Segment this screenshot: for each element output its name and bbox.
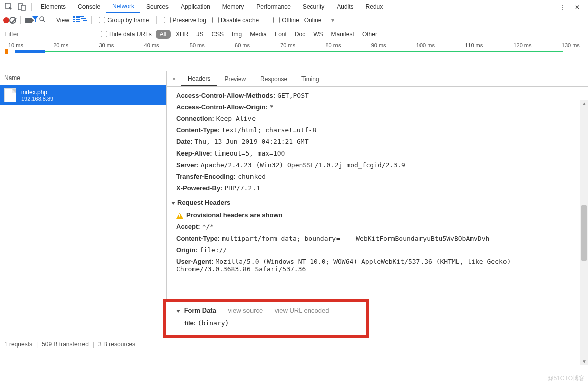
tab-headers[interactable]: Headers	[181, 72, 217, 86]
tab-security[interactable]: Security	[297, 1, 330, 12]
status-resources: 3 B resources	[98, 341, 135, 348]
filter-img[interactable]: Img	[229, 30, 245, 39]
panel-tabs: Elements Console Network Sources Applica…	[35, 0, 389, 13]
svg-rect-2	[21, 5, 25, 10]
tab-sources[interactable]: Sources	[140, 1, 175, 12]
timeline[interactable]: 10 ms20 ms30 ms 40 ms50 ms60 ms 70 ms80 …	[0, 41, 588, 71]
close-devtools-icon[interactable]: ✕	[572, 2, 583, 13]
more-icon[interactable]: ⋮	[557, 2, 568, 13]
hide-data-urls-checkbox[interactable]: Hide data URLs	[101, 31, 152, 38]
tab-response[interactable]: Response	[253, 72, 294, 86]
tab-network[interactable]: Network	[106, 1, 140, 13]
tab-audits[interactable]: Audits	[330, 1, 359, 12]
filter-media[interactable]: Media	[247, 30, 270, 39]
details-tabs: × Headers Preview Response Timing	[167, 71, 588, 87]
filter-all[interactable]: All	[156, 30, 171, 39]
filter-bar: Hide data URLs All XHR JS CSS Img Media …	[0, 27, 588, 41]
svg-rect-5	[73, 16, 75, 18]
warning-icon	[176, 213, 183, 219]
svg-line-4	[43, 20, 45, 22]
svg-rect-8	[76, 19, 80, 20]
timeline-bar	[45, 51, 563, 52]
close-details-icon[interactable]: ×	[167, 75, 181, 83]
tab-console[interactable]: Console	[72, 1, 106, 12]
filter-font[interactable]: Font	[272, 30, 290, 39]
scroll-up-icon[interactable]: ▲	[582, 101, 587, 106]
preserve-log-checkbox[interactable]: Preserve log	[164, 17, 206, 24]
main-panel: Name index.php 192.168.8.89 × Headers Pr…	[0, 71, 588, 338]
provisional-warning: Provisional headers are shown	[186, 211, 282, 219]
request-headers-section[interactable]: Request Headers	[171, 194, 579, 209]
request-filename: index.php	[21, 89, 53, 96]
svg-rect-11	[80, 16, 84, 17]
filter-xhr[interactable]: XHR	[173, 30, 191, 39]
request-details: × Headers Preview Response Timing Access…	[167, 71, 588, 338]
snippet-form-data-highlight: Form Data view source view URL encoded f…	[167, 299, 369, 338]
tab-performance[interactable]: Performance	[250, 1, 297, 12]
status-requests: 1 requests	[4, 341, 32, 348]
tab-elements[interactable]: Elements	[35, 1, 72, 12]
scrollbar-thumb[interactable]	[581, 205, 587, 261]
tab-application[interactable]: Application	[175, 1, 216, 12]
disable-cache-checkbox[interactable]: Disable cache	[212, 17, 259, 24]
search-icon[interactable]	[39, 16, 46, 24]
svg-rect-6	[76, 16, 80, 18]
svg-point-3	[40, 17, 44, 21]
record-button[interactable]	[3, 17, 9, 23]
scrollbar[interactable]: ▲ ▼	[580, 100, 588, 365]
svg-rect-13	[83, 20, 87, 21]
svg-rect-7	[73, 19, 75, 20]
tab-preview[interactable]: Preview	[217, 72, 253, 86]
device-toggle-icon[interactable]	[16, 1, 27, 12]
form-data-section[interactable]: Form Data	[184, 306, 216, 314]
svg-rect-10	[76, 21, 80, 22]
form-field-key: file:	[184, 319, 196, 327]
filter-manifest[interactable]: Manifest	[328, 30, 357, 39]
large-rows-icon[interactable]	[73, 16, 80, 24]
tab-redux[interactable]: Redux	[360, 1, 389, 12]
capture-screenshots-icon[interactable]	[25, 18, 32, 23]
tab-memory[interactable]: Memory	[216, 1, 250, 12]
group-by-frame-checkbox[interactable]: Group by frame	[99, 17, 149, 24]
timeline-ticks: 10 ms20 ms30 ms 40 ms50 ms60 ms 70 ms80 …	[0, 41, 588, 49]
svg-rect-12	[81, 18, 86, 19]
headers-body[interactable]: Access-Control-Allow-Methods:GET,POST Ac…	[167, 87, 588, 338]
separator	[31, 3, 32, 11]
view-url-encoded-link[interactable]: view URL encoded	[275, 306, 329, 314]
tab-timing[interactable]: Timing	[294, 72, 326, 86]
request-row[interactable]: index.php 192.168.8.89	[0, 85, 166, 105]
status-bar: 1 requests | 509 B transferred | 3 B res…	[0, 338, 588, 350]
filter-ws[interactable]: WS	[310, 30, 326, 39]
view-label: View:	[56, 17, 71, 24]
view-source-link[interactable]: view source	[228, 306, 263, 314]
name-column-header[interactable]: Name	[0, 71, 166, 85]
status-transferred: 509 B transferred	[42, 341, 89, 348]
svg-rect-9	[73, 21, 75, 22]
filter-input[interactable]	[2, 29, 98, 39]
requests-list: Name index.php 192.168.8.89	[0, 71, 167, 338]
inspect-icon[interactable]	[3, 1, 14, 12]
filter-doc[interactable]: Doc	[292, 30, 308, 39]
scroll-down-icon[interactable]: ▼	[582, 359, 587, 364]
filter-js[interactable]: JS	[193, 30, 206, 39]
devtools-tabbar: Elements Console Network Sources Applica…	[0, 0, 588, 13]
waterfall-icon[interactable]	[80, 16, 87, 24]
clear-button[interactable]	[9, 17, 16, 24]
document-icon	[4, 88, 16, 102]
chevron-down-icon[interactable]: ▾	[331, 17, 334, 24]
throttle-select[interactable]: Online	[304, 17, 322, 24]
filter-css[interactable]: CSS	[208, 30, 227, 39]
form-field-value: (binary)	[198, 319, 229, 327]
watermark: @51CTO博客	[547, 374, 585, 383]
offline-checkbox[interactable]: Offline	[273, 17, 299, 24]
request-host: 192.168.8.89	[21, 96, 53, 102]
network-toolbar: View: Group by frame Preserve log Disabl…	[0, 13, 588, 27]
filter-other[interactable]: Other	[359, 30, 380, 39]
